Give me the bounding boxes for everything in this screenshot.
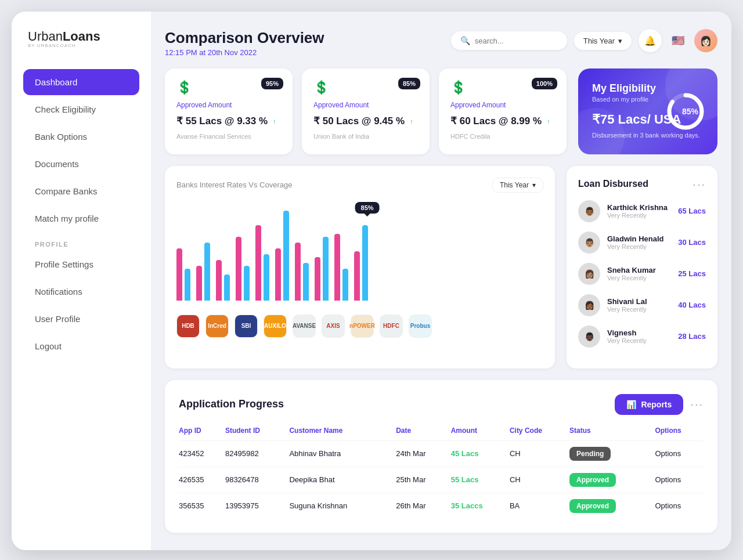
bar-pink-8 <box>334 234 340 301</box>
flag-icon[interactable]: 🇺🇸 <box>669 31 687 50</box>
dis-time-3: Very Recently <box>607 306 671 313</box>
search-icon: 🔍 <box>460 36 470 45</box>
chart-group-0 <box>176 248 190 301</box>
progress-table: App IDStudent IDCustomer NameDateAmountC… <box>179 427 704 519</box>
col-header-0: App ID <box>179 427 225 441</box>
dis-amount-4: 28 Lacs <box>678 332 706 341</box>
bar-blue-6 <box>303 263 309 301</box>
progress-title: Application Progress <box>179 398 284 410</box>
bar-pink-0 <box>176 248 182 301</box>
disbursed-item-2: 👩🏽 Sneha Kumar Very Recently 25 Lacs <box>578 263 706 285</box>
cell-city-1: CH <box>510 467 569 493</box>
sidebar-item-user-profile[interactable]: User Profile <box>23 306 139 332</box>
sidebar-item-bank-options[interactable]: Bank Options <box>23 124 139 150</box>
cell-studentid-0: 82495982 <box>225 440 290 467</box>
dis-avatar-3: 👩🏾 <box>578 294 600 316</box>
bank-logo-7[interactable]: HDFC <box>380 315 403 338</box>
col-header-2: Customer Name <box>289 427 396 441</box>
bar-pink-6 <box>295 243 301 301</box>
chart-year-selector[interactable]: This Year ▾ <box>492 178 543 193</box>
reports-button[interactable]: 📊 Reports <box>615 394 683 415</box>
logo: UrbanLoans BY URBANCOACH <box>23 29 139 48</box>
dis-time-2: Very Recently <box>607 274 671 281</box>
header: Comparison Overview 12:15 PM at 20th Nov… <box>165 29 717 57</box>
bank-logo-6[interactable]: nPOWER <box>351 315 374 338</box>
card-amount-3: ₹ 60 Lacs @ 8.99 % ↑ <box>450 115 555 127</box>
sidebar-item-check-eligibility[interactable]: Check Eligibility <box>23 96 139 122</box>
chart-area: 85% <box>176 202 543 306</box>
sidebar-item-notifications[interactable]: Notifications <box>23 279 139 305</box>
cell-options-0[interactable]: Options <box>655 440 704 467</box>
bank-logo-3[interactable]: AUXILO <box>264 315 287 338</box>
bank-logo-4[interactable]: AVANSE <box>293 315 316 338</box>
cell-studentid-2: 13953975 <box>225 493 290 519</box>
bank-logo-5[interactable]: AXIS <box>322 315 345 338</box>
cell-amount-1: 55 Lacs <box>451 467 510 493</box>
dis-info-4: Vignesh Very Recently <box>607 328 671 344</box>
cell-amount-0: 45 Lacs <box>451 440 510 467</box>
disbursed-item-1: 👨🏽 Gladwin Henald Very Recently 30 Lacs <box>578 232 706 254</box>
sidebar-item-dashboard[interactable]: Dashboard <box>23 69 139 95</box>
bar-blue-2 <box>224 274 230 301</box>
cell-city-0: CH <box>510 440 569 467</box>
loan-card-1: 💲 95% Approved Amount ₹ 55 Lacs @ 9.33 %… <box>165 68 293 154</box>
chart-header: Banks Interest Rates Vs Coverage This Ye… <box>176 178 543 193</box>
bar-pink-9 <box>354 251 360 301</box>
bar-pink-1 <box>196 266 202 301</box>
chart-group-7 <box>315 237 329 301</box>
loan-card-2: 💲 85% Approved Amount ₹ 50 Lacs @ 9.45 %… <box>302 68 430 154</box>
sidebar-item-compare-banks[interactable]: Compare Banks <box>23 178 139 204</box>
sidebar-item-profile-settings[interactable]: Profile Settings <box>23 251 139 277</box>
bank-logo-8[interactable]: Probus <box>409 315 432 338</box>
chart-group-8 <box>334 234 348 301</box>
bank-logo-1[interactable]: InCred <box>205 315 229 338</box>
app-container: UrbanLoans BY URBANCOACH Dashboard Check… <box>12 12 731 550</box>
disbursed-panel: Loan Disbursed ··· 👨🏾 Karthick Krishna V… <box>567 166 717 368</box>
disbursed-item-3: 👩🏾 Shivani Lal Very Recently 40 Lacs <box>578 294 706 316</box>
bar-pink-7 <box>315 257 320 301</box>
dis-info-3: Shivani Lal Very Recently <box>607 297 671 313</box>
avatar[interactable]: 👩🏻 <box>694 29 717 52</box>
dis-amount-2: 25 Lacs <box>678 269 706 278</box>
cell-options-1[interactable]: Options <box>655 467 704 493</box>
eligibility-card: My Eligibility Based on my profile ₹75 L… <box>578 68 717 154</box>
cell-options-2[interactable]: Options <box>655 493 704 519</box>
page-title: Comparison Overview <box>165 29 324 47</box>
cell-date-0: 24th Mar <box>396 440 451 467</box>
disbursed-header: Loan Disbursed ··· <box>578 178 706 191</box>
sidebar-item-logout[interactable]: Logout <box>23 333 139 359</box>
year-selector[interactable]: This Year ▾ <box>574 32 632 50</box>
col-header-1: Student ID <box>225 427 290 441</box>
bar-pink-4 <box>255 225 261 301</box>
disbursed-more-button[interactable]: ··· <box>692 178 706 191</box>
cell-date-1: 25th Mar <box>396 467 451 493</box>
card-label-2: Approved Amount <box>313 101 418 109</box>
disbursed-title: Loan Disbursed <box>578 179 648 189</box>
notification-button[interactable]: 🔔 <box>639 29 662 52</box>
progress-panel: Application Progress 📊 Reports ··· App I… <box>165 380 717 533</box>
search-bar[interactable]: 🔍 <box>451 31 567 50</box>
bank-logo-0[interactable]: HDB <box>176 315 200 338</box>
cell-city-2: BA <box>510 493 569 519</box>
cell-name-2: Suguna Krishnan <box>289 493 396 519</box>
progress-more-button[interactable]: ··· <box>690 398 704 411</box>
bank-logo-2[interactable]: SBI <box>235 315 258 338</box>
card-label-3: Approved Amount <box>450 101 555 109</box>
card-badge-2: 85% <box>398 78 420 89</box>
bar-blue-1 <box>204 243 210 301</box>
sidebar-item-documents[interactable]: Documents <box>23 151 139 177</box>
loan-card-3: 💲 100% Approved Amount ₹ 60 Lacs @ 8.99 … <box>439 68 567 154</box>
bar-blue-4 <box>264 254 269 301</box>
table-row-0: 423452 82495982 Abhinav Bhatra 24th Mar … <box>179 440 704 467</box>
cell-appid-0: 423452 <box>179 440 225 467</box>
bar-blue-7 <box>323 237 329 301</box>
dis-time-1: Very Recently <box>607 243 671 250</box>
search-input[interactable] <box>475 37 558 45</box>
cell-status-2: Approved <box>569 493 655 519</box>
cell-name-1: Deepika Bhat <box>289 467 396 493</box>
sidebar-item-match-profile[interactable]: Match my profile <box>23 205 139 232</box>
cell-status-1: Approved <box>569 467 655 493</box>
card-bank-1: Avanse Financial Services <box>176 133 281 140</box>
dis-info-0: Karthick Krishna Very Recently <box>607 203 671 219</box>
bar-blue-0 <box>185 269 190 301</box>
